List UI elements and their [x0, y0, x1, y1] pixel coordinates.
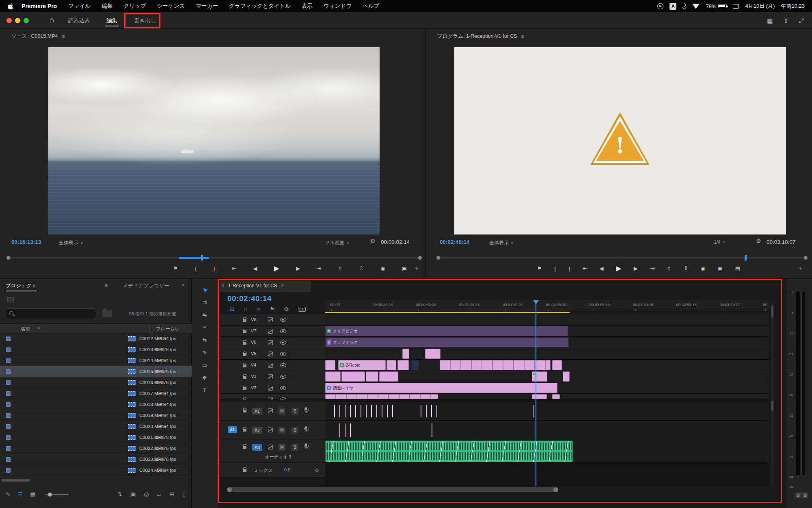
apple-menu-icon[interactable] — [7, 3, 13, 10]
toggle-visibility-icon[interactable] — [280, 386, 286, 390]
app-menu-title[interactable]: Premiere Pro — [22, 3, 57, 9]
thumbnail-size-slider[interactable] — [45, 494, 69, 495]
timeline-clip[interactable] — [402, 349, 409, 359]
tab-project[interactable]: プロジェクト — [6, 282, 37, 289]
table-row[interactable]: C0018.MP459.94 fps — [0, 399, 192, 410]
table-row[interactable]: C0014.MP459.94 fps — [0, 355, 192, 366]
mark-out-button[interactable]: } — [214, 265, 215, 271]
lock-icon[interactable] — [243, 429, 246, 432]
go-to-out-button[interactable]: ⇥ — [317, 265, 321, 271]
home-icon[interactable]: ⌂ — [50, 15, 54, 24]
column-framerate[interactable]: フレームレ — [156, 326, 180, 332]
toggle-visibility-icon[interactable] — [280, 352, 286, 356]
toggle-visibility-icon[interactable] — [280, 375, 286, 379]
razor-tool[interactable]: ✂ — [203, 325, 207, 330]
toggle-visibility-icon[interactable] — [280, 363, 286, 367]
search-input[interactable] — [6, 308, 96, 319]
sync-lock-icon[interactable] — [268, 428, 273, 432]
program-quality-dropdown[interactable]: 1/4▾ — [714, 239, 725, 245]
track-header-v5[interactable]: V5 — [218, 348, 325, 360]
timeline-clip[interactable] — [563, 371, 569, 382]
sync-lock-icon[interactable] — [268, 445, 273, 449]
table-row[interactable]: C0016.MP423.976 fps — [0, 377, 192, 388]
voiceover-mic-icon[interactable] — [305, 426, 307, 430]
source-title-text[interactable]: ソース : C0015.MP4 — [11, 33, 58, 40]
settings-wrench-icon[interactable]: ⚙ — [370, 238, 376, 244]
table-row[interactable]: C0020.MP459.94 fps — [0, 421, 192, 432]
list-header-row[interactable]: 名前 ∧ フレームレ — [0, 323, 192, 333]
sync-lock-icon[interactable] — [268, 363, 273, 368]
sync-lock-icon[interactable] — [268, 340, 273, 345]
button-editor-plus-icon[interactable]: + — [798, 265, 802, 272]
slider-knob[interactable] — [48, 493, 52, 497]
timeline-clip[interactable] — [366, 371, 378, 382]
menu-item[interactable]: クリップ — [123, 2, 146, 10]
track-header-v6[interactable]: V6 — [218, 337, 325, 348]
source-timecode[interactable]: 00:16:13:13 — [11, 239, 41, 245]
timeline-clip[interactable] — [341, 371, 365, 382]
timeline-clip[interactable] — [325, 394, 438, 399]
find-icon[interactable]: ◎ — [144, 491, 149, 497]
table-row[interactable]: C0022.MP423.976 fps — [0, 443, 192, 454]
mute-button[interactable]: M — [279, 444, 285, 451]
zoom-handle-left[interactable] — [436, 256, 440, 260]
fullscreen-icon[interactable]: ⤢ — [799, 17, 804, 24]
export-frame-button[interactable]: ◉ — [701, 265, 705, 271]
tab-import[interactable]: 読み込み — [68, 12, 91, 29]
sync-lock-icon[interactable] — [268, 408, 273, 413]
track-header-v8[interactable]: V8 — [218, 314, 325, 326]
track-header-partial[interactable] — [218, 394, 325, 400]
go-to-out-button[interactable]: ⇥ — [650, 265, 654, 271]
list-view-icon[interactable]: ☰ — [18, 491, 23, 497]
pen-tool[interactable]: ✎ — [203, 350, 207, 356]
lock-icon[interactable] — [243, 376, 246, 379]
tab-export[interactable]: 書き出し — [134, 12, 156, 29]
program-video-preview[interactable]: ! — [454, 47, 786, 234]
zoom-handle-left[interactable] — [6, 256, 10, 260]
timeline-hscrollbar[interactable] — [227, 487, 558, 492]
battery-icon[interactable]: 79% — [706, 3, 727, 9]
track-label[interactable]: A2 — [252, 427, 262, 434]
toggle-visibility-icon[interactable] — [280, 341, 286, 345]
zoom-window-button[interactable] — [24, 18, 29, 23]
overwrite-button[interactable]: ⇩ — [359, 265, 364, 271]
program-playhead[interactable] — [745, 255, 747, 261]
sort-icon[interactable]: ⇅ — [118, 491, 123, 497]
program-title-text[interactable]: プログラム: 1-Reception-V1 for CS — [437, 33, 517, 40]
playback-status-icon[interactable]: ▶ — [657, 3, 663, 9]
program-zoom-dropdown[interactable]: 全体表示▾ — [489, 239, 513, 246]
menu-item[interactable]: グラフィックとタイトル — [229, 2, 291, 10]
source-zoom-dropdown[interactable]: 全体表示▾ — [59, 239, 83, 246]
timeline-clip[interactable] — [532, 371, 547, 382]
multi-camera-button[interactable]: ▤ — [735, 265, 740, 271]
minimize-window-button[interactable] — [15, 18, 20, 23]
menubar-date[interactable]: 4月10日 (月) — [745, 2, 775, 10]
voiceover-mic-icon[interactable] — [305, 407, 307, 410]
solo-button[interactable]: S — [292, 427, 298, 434]
menu-item[interactable]: 編集 — [102, 2, 112, 10]
timeline-clip[interactable] — [397, 360, 409, 370]
panel-menu-icon[interactable]: ≡ — [281, 283, 284, 289]
table-row[interactable]: C0021.MP423.976 fps — [0, 432, 192, 443]
lock-icon[interactable] — [243, 319, 246, 322]
menubar-time[interactable]: 午前10:23 — [781, 2, 805, 10]
edit-icon[interactable]: ✎ — [6, 491, 11, 497]
mute-button[interactable]: M — [279, 408, 285, 415]
toggle-visibility-icon[interactable] — [280, 318, 286, 322]
extract-button[interactable]: ⇩ — [684, 265, 688, 271]
close-window-button[interactable] — [6, 18, 12, 23]
timeline-clip[interactable]: fx調整レイヤー — [325, 383, 557, 393]
program-timecode[interactable]: 00:02:40:14 — [440, 239, 470, 245]
lock-icon[interactable] — [243, 469, 246, 472]
wifi-icon[interactable] — [692, 4, 700, 9]
new-search-bin-icon[interactable] — [102, 310, 112, 317]
linked-selection-icon[interactable]: ∞ — [257, 306, 260, 312]
slip-tool[interactable]: ⇆ — [203, 337, 207, 343]
track-label[interactable]: A1 — [252, 408, 262, 415]
track-header-mix[interactable]: ミックス 0.0 — [218, 463, 325, 478]
mute-button[interactable]: M — [279, 427, 285, 434]
solo-button[interactable]: S — [292, 408, 298, 415]
lock-icon[interactable] — [243, 353, 246, 356]
track-header-a1[interactable]: A1 M S — [218, 402, 325, 421]
nest-sequence-icon[interactable]: ⊡ — [230, 306, 234, 312]
